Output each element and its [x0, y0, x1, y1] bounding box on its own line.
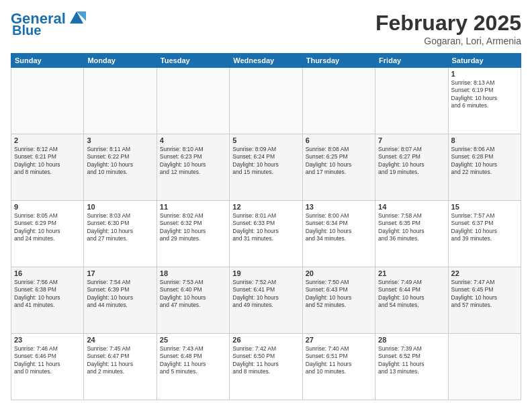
logo: General Blue [11, 11, 86, 38]
table-row [302, 68, 375, 134]
day-number: 24 [87, 336, 153, 344]
week-row-0: 1Sunrise: 8:13 AM Sunset: 6:19 PM Daylig… [11, 68, 521, 134]
calendar-title: February 2025 [375, 11, 521, 36]
day-number: 27 [306, 336, 372, 344]
col-monday: Monday [84, 54, 157, 68]
day-number: 16 [14, 269, 81, 277]
table-row: 20Sunrise: 7:50 AM Sunset: 6:43 PM Dayli… [302, 267, 375, 334]
table-row: 7Sunrise: 8:07 AM Sunset: 6:27 PM Daylig… [375, 134, 448, 201]
table-row: 17Sunrise: 7:54 AM Sunset: 6:39 PM Dayli… [84, 267, 157, 334]
table-row: 1Sunrise: 8:13 AM Sunset: 6:19 PM Daylig… [448, 68, 521, 134]
cell-info: Sunrise: 7:45 AM Sunset: 6:47 PM Dayligh… [87, 345, 153, 376]
table-row: 12Sunrise: 8:01 AM Sunset: 6:33 PM Dayli… [230, 201, 302, 267]
day-number: 23 [14, 336, 81, 344]
table-row: 5Sunrise: 8:09 AM Sunset: 6:24 PM Daylig… [230, 134, 302, 201]
col-sunday: Sunday [11, 54, 84, 68]
cell-info: Sunrise: 7:47 AM Sunset: 6:45 PM Dayligh… [451, 279, 518, 310]
table-row: 24Sunrise: 7:45 AM Sunset: 6:47 PM Dayli… [84, 334, 157, 400]
day-number: 18 [160, 269, 226, 277]
day-number: 12 [232, 203, 299, 211]
week-row-1: 2Sunrise: 8:12 AM Sunset: 6:21 PM Daylig… [11, 134, 521, 201]
table-row: 2Sunrise: 8:12 AM Sunset: 6:21 PM Daylig… [11, 134, 84, 201]
day-number: 21 [378, 269, 445, 277]
cell-info: Sunrise: 7:53 AM Sunset: 6:40 PM Dayligh… [160, 279, 226, 310]
cell-info: Sunrise: 7:42 AM Sunset: 6:50 PM Dayligh… [232, 345, 299, 376]
day-number: 13 [306, 203, 372, 211]
cell-info: Sunrise: 8:07 AM Sunset: 6:27 PM Dayligh… [378, 146, 445, 177]
cell-info: Sunrise: 8:00 AM Sunset: 6:34 PM Dayligh… [306, 212, 372, 243]
cell-info: Sunrise: 8:10 AM Sunset: 6:23 PM Dayligh… [160, 146, 226, 177]
day-number: 4 [160, 136, 226, 144]
table-row: 21Sunrise: 7:49 AM Sunset: 6:44 PM Dayli… [375, 267, 448, 334]
calendar-table: Sunday Monday Tuesday Wednesday Thursday… [11, 53, 521, 400]
day-number: 8 [451, 136, 518, 144]
day-number: 19 [232, 269, 299, 277]
col-thursday: Thursday [302, 54, 375, 68]
cell-info: Sunrise: 8:08 AM Sunset: 6:25 PM Dayligh… [306, 146, 372, 177]
table-row: 26Sunrise: 7:42 AM Sunset: 6:50 PM Dayli… [230, 334, 302, 400]
calendar-subtitle: Gogaran, Lori, Armenia [375, 36, 521, 46]
title-block: February 2025 Gogaran, Lori, Armenia [375, 11, 521, 46]
table-row [84, 68, 157, 134]
table-row: 18Sunrise: 7:53 AM Sunset: 6:40 PM Dayli… [157, 267, 229, 334]
table-row [11, 68, 84, 134]
table-row: 6Sunrise: 8:08 AM Sunset: 6:25 PM Daylig… [302, 134, 375, 201]
day-number: 20 [306, 269, 372, 277]
table-row: 8Sunrise: 8:06 AM Sunset: 6:28 PM Daylig… [448, 134, 521, 201]
cell-info: Sunrise: 8:02 AM Sunset: 6:32 PM Dayligh… [160, 212, 226, 243]
header-row: Sunday Monday Tuesday Wednesday Thursday… [11, 54, 521, 68]
cell-info: Sunrise: 7:39 AM Sunset: 6:52 PM Dayligh… [378, 345, 445, 376]
day-number: 1 [451, 70, 518, 78]
table-row: 4Sunrise: 8:10 AM Sunset: 6:23 PM Daylig… [157, 134, 229, 201]
day-number: 28 [378, 336, 445, 344]
week-row-3: 16Sunrise: 7:56 AM Sunset: 6:38 PM Dayli… [11, 267, 521, 334]
page: General Blue February 2025 Gogaran, Lori… [0, 0, 532, 411]
cell-info: Sunrise: 8:12 AM Sunset: 6:21 PM Dayligh… [14, 146, 81, 177]
table-row: 10Sunrise: 8:03 AM Sunset: 6:30 PM Dayli… [84, 201, 157, 267]
col-tuesday: Tuesday [157, 54, 229, 68]
cell-info: Sunrise: 7:54 AM Sunset: 6:39 PM Dayligh… [87, 279, 153, 310]
table-row: 15Sunrise: 7:57 AM Sunset: 6:37 PM Dayli… [448, 201, 521, 267]
table-row: 9Sunrise: 8:05 AM Sunset: 6:29 PM Daylig… [11, 201, 84, 267]
cell-info: Sunrise: 7:46 AM Sunset: 6:46 PM Dayligh… [14, 345, 81, 376]
table-row: 23Sunrise: 7:46 AM Sunset: 6:46 PM Dayli… [11, 334, 84, 400]
cell-info: Sunrise: 8:09 AM Sunset: 6:24 PM Dayligh… [232, 146, 299, 177]
table-row: 16Sunrise: 7:56 AM Sunset: 6:38 PM Dayli… [11, 267, 84, 334]
cell-info: Sunrise: 7:58 AM Sunset: 6:35 PM Dayligh… [378, 212, 445, 243]
cell-info: Sunrise: 8:03 AM Sunset: 6:30 PM Dayligh… [87, 212, 153, 243]
cell-info: Sunrise: 7:57 AM Sunset: 6:37 PM Dayligh… [451, 212, 518, 243]
day-number: 6 [306, 136, 372, 144]
day-number: 17 [87, 269, 153, 277]
cell-info: Sunrise: 8:05 AM Sunset: 6:29 PM Dayligh… [14, 212, 81, 243]
cell-info: Sunrise: 8:11 AM Sunset: 6:22 PM Dayligh… [87, 146, 153, 177]
table-row: 25Sunrise: 7:43 AM Sunset: 6:48 PM Dayli… [157, 334, 229, 400]
cell-info: Sunrise: 8:06 AM Sunset: 6:28 PM Dayligh… [451, 146, 518, 177]
table-row: 14Sunrise: 7:58 AM Sunset: 6:35 PM Dayli… [375, 201, 448, 267]
logo-icon [67, 9, 86, 26]
cell-info: Sunrise: 7:50 AM Sunset: 6:43 PM Dayligh… [306, 279, 372, 310]
day-number: 22 [451, 269, 518, 277]
col-friday: Friday [375, 54, 448, 68]
table-row: 11Sunrise: 8:02 AM Sunset: 6:32 PM Dayli… [157, 201, 229, 267]
header: General Blue February 2025 Gogaran, Lori… [11, 11, 521, 46]
day-number: 15 [451, 203, 518, 211]
table-row [448, 334, 521, 400]
week-row-2: 9Sunrise: 8:05 AM Sunset: 6:29 PM Daylig… [11, 201, 521, 267]
day-number: 5 [232, 136, 299, 144]
table-row: 13Sunrise: 8:00 AM Sunset: 6:34 PM Dayli… [302, 201, 375, 267]
cell-info: Sunrise: 7:43 AM Sunset: 6:48 PM Dayligh… [160, 345, 226, 376]
day-number: 25 [160, 336, 226, 344]
cell-info: Sunrise: 7:56 AM Sunset: 6:38 PM Dayligh… [14, 279, 81, 310]
cell-info: Sunrise: 8:01 AM Sunset: 6:33 PM Dayligh… [232, 212, 299, 243]
table-row: 22Sunrise: 7:47 AM Sunset: 6:45 PM Dayli… [448, 267, 521, 334]
day-number: 9 [14, 203, 81, 211]
day-number: 3 [87, 136, 153, 144]
table-row [375, 68, 448, 134]
table-row [157, 68, 229, 134]
table-row: 19Sunrise: 7:52 AM Sunset: 6:41 PM Dayli… [230, 267, 302, 334]
col-wednesday: Wednesday [230, 54, 302, 68]
cell-info: Sunrise: 7:49 AM Sunset: 6:44 PM Dayligh… [378, 279, 445, 310]
day-number: 26 [232, 336, 299, 344]
logo-blue-text: Blue [11, 23, 41, 38]
day-number: 14 [378, 203, 445, 211]
